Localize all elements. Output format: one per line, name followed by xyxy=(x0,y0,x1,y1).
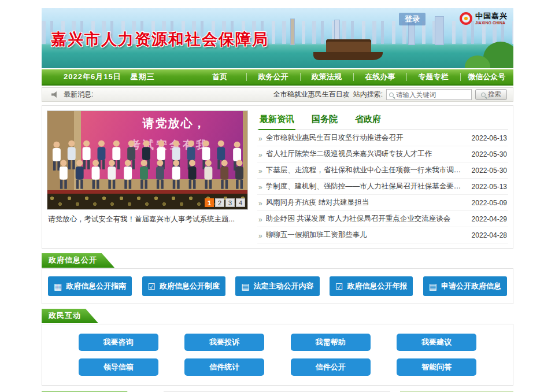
gov-info-section: 政府信息公开 政府信息公开指南 政府信息公开制度 法定主动公开内容 xyxy=(42,253,513,304)
news-row[interactable]: 省人社厅陈荣华二级巡视员来嘉兴调研专技人才工作 2022-05-30 xyxy=(257,146,508,162)
news-list-area: 最新资讯 国务院 省政府 全市稳就业惠民生百日攻坚行动推进会召开 2022-06… xyxy=(257,110,508,243)
building-decoration xyxy=(408,22,415,45)
gov-button-label: 政府信息公开指南 xyxy=(66,281,126,291)
news-date: 2022-05-30 xyxy=(472,150,507,158)
interaction-button[interactable]: 智能问答 xyxy=(397,358,476,376)
interaction-button[interactable]: 我要咨询 xyxy=(79,334,158,351)
double-arrow-icon xyxy=(258,182,262,192)
gov-info-button[interactable]: 申请公开政府信息 xyxy=(423,276,507,296)
search-box xyxy=(386,89,472,100)
news-row[interactable]: 聊聊五一假期加班工资那些事儿 2022-04-28 xyxy=(257,227,508,243)
gov-button-icon xyxy=(148,282,156,291)
gov-button-label: 申请公开政府信息 xyxy=(441,281,501,291)
hot-topic-link[interactable]: 全市稳就业惠民生百日攻 xyxy=(273,90,350,99)
news-title[interactable]: 风雨同舟齐抗疫 结对共建显担当 xyxy=(266,198,468,208)
weekday-text: 星期三 xyxy=(131,72,155,82)
boat-decoration xyxy=(313,38,383,61)
double-arrow-icon xyxy=(258,198,262,208)
news-row[interactable]: 学制度、建机制、强防控——市人力社保局召开社保基金要情专题学习会 2022-05… xyxy=(257,179,508,195)
gov-info-button[interactable]: 法定主动公开内容 xyxy=(235,276,319,296)
carousel-photo[interactable]: 请党放心， 考试安全有我 xyxy=(47,110,248,210)
pagoda-decoration xyxy=(290,19,295,45)
search-input[interactable] xyxy=(396,91,469,98)
interaction-button[interactable]: 信件公开 xyxy=(291,358,371,376)
news-date: 2022-04-29 xyxy=(472,215,507,223)
carousel-page-button[interactable]: 4 xyxy=(236,198,245,207)
news-title[interactable]: 省人社厅陈荣华二级巡视员来嘉兴调研专技人才工作 xyxy=(266,149,468,159)
building-decoration xyxy=(435,16,444,45)
gov-info-button[interactable]: 政府信息公开指南 xyxy=(48,276,132,296)
gov-info-button[interactable]: 政府信息公开制度 xyxy=(142,276,225,296)
news-date: 2022-06-13 xyxy=(472,134,507,142)
news-row[interactable]: 下基层、走流程，省社保和就业中心主任项薇一行来我市调研“国统”上线情况 2022… xyxy=(257,162,508,179)
date-text: 2022年6月15日 xyxy=(64,72,121,82)
double-arrow-icon xyxy=(258,149,262,160)
news-row[interactable]: 助企纾困 共谋发展 市人力社保局召开重点企业交流座谈会 2022-04-29 xyxy=(257,211,508,227)
speaker-icon xyxy=(51,91,59,98)
gov-button-icon xyxy=(54,282,62,291)
gov-button-label: 政府信息公开制度 xyxy=(160,281,220,291)
main-nav: 2022年6月15日 星期三 首页 政务公开 政策法规 在线办事 专题专栏 微信… xyxy=(42,69,513,86)
logo-swirl-icon xyxy=(460,12,472,25)
news-tab[interactable]: 国务院 xyxy=(310,112,339,130)
nav-menu-item[interactable]: 专题专栏 xyxy=(406,69,460,84)
logo-subtitle: JIAXING CHINA xyxy=(475,21,508,25)
people-group-decoration xyxy=(47,127,247,192)
interaction-buttons: 我要咨询 我要投诉 我需帮助 我要建议 领导信箱 信件统计 信件公开 智能问答 xyxy=(42,324,513,386)
news-date: 2022-05-13 xyxy=(472,183,507,191)
interaction-button[interactable]: 信件统计 xyxy=(184,358,264,376)
ticker-label: 最新消息: xyxy=(64,90,93,99)
carousel-caption[interactable]: 请党放心，考试安全有我！首届嘉兴市人事考试系统主题... xyxy=(47,210,249,225)
header-banner: 嘉兴市人力资源和社会保障局 登录 中国嘉兴 JIAXING CHINA xyxy=(42,8,513,68)
photo-carousel[interactable]: 请党放心， 考试安全有我 xyxy=(47,110,249,243)
gov-button-label: 政府信息公开年报 xyxy=(347,281,407,291)
nav-menu-item[interactable]: 首页 xyxy=(193,69,246,84)
double-arrow-icon xyxy=(258,230,262,241)
interaction-section-title: 政民互动 xyxy=(42,309,98,323)
nav-menu-item[interactable]: 政务公开 xyxy=(246,69,299,84)
site-title: 嘉兴市人力资源和社会保障局 xyxy=(51,29,269,50)
nav-menu-item[interactable]: 在线办事 xyxy=(353,69,406,84)
site-search-label: 站内搜索: xyxy=(353,90,383,99)
gov-info-buttons: 政府信息公开指南 政府信息公开制度 法定主动公开内容 政府信息公开年报 xyxy=(42,268,513,304)
double-arrow-icon xyxy=(258,165,262,176)
news-title[interactable]: 学制度、建机制、强防控——市人力社保局召开社保基金要情专题学习会 xyxy=(266,182,468,191)
interaction-button[interactable]: 我需帮助 xyxy=(291,334,371,351)
news-date: 2022-05-09 xyxy=(472,199,507,207)
gov-button-icon xyxy=(241,282,249,291)
news-tab[interactable]: 最新资讯 xyxy=(258,112,295,130)
nav-date: 2022年6月15日 星期三 xyxy=(42,72,193,82)
news-tab[interactable]: 省政府 xyxy=(354,112,382,130)
carousel-page-button[interactable]: 3 xyxy=(225,198,235,207)
nav-menu-item[interactable]: 政策法规 xyxy=(300,69,353,84)
nav-menu-item[interactable]: 微信公众号 xyxy=(460,69,513,84)
double-arrow-icon xyxy=(258,214,262,224)
news-tabs: 最新资讯 国务院 省政府 xyxy=(257,112,508,130)
news-row[interactable]: 全市稳就业惠民生百日攻坚行动推进会召开 2022-06-13 xyxy=(257,130,508,146)
news-date: 2022-05-30 xyxy=(472,167,507,175)
carousel-page-button[interactable]: 1 xyxy=(205,198,214,207)
city-logo[interactable]: 中国嘉兴 JIAXING CHINA xyxy=(460,12,508,25)
search-button[interactable]: 搜索 xyxy=(475,89,507,100)
news-title[interactable]: 聊聊五一假期加班工资那些事儿 xyxy=(266,230,468,240)
login-button[interactable]: 登录 xyxy=(399,13,426,25)
gov-button-icon xyxy=(429,282,437,291)
news-ticker-bar: 最新消息: 全市稳就业惠民生百日攻 站内搜索: 搜索 xyxy=(42,87,513,102)
interaction-section: 政民互动 我要咨询 我要投诉 我需帮助 我要建议 领导信箱 信件统计 信件公开 … xyxy=(42,309,513,386)
news-row[interactable]: 风雨同舟齐抗疫 结对共建显担当 2022-05-09 xyxy=(257,195,508,211)
news-date: 2022-04-28 xyxy=(472,231,507,239)
gov-button-label: 法定主动公开内容 xyxy=(254,281,314,291)
interaction-button[interactable]: 我要投诉 xyxy=(184,334,264,351)
news-panel: 请党放心， 考试安全有我 xyxy=(42,105,513,249)
interaction-button[interactable]: 领导信箱 xyxy=(79,358,158,376)
carousel-pager: 1 2 3 4 xyxy=(205,198,245,207)
interaction-button[interactable]: 我要建议 xyxy=(397,334,476,351)
search-icon xyxy=(481,93,486,97)
nav-menu: 首页 政务公开 政策法规 在线办事 专题专栏 微信公众号 xyxy=(193,69,513,84)
news-title[interactable]: 全市稳就业惠民生百日攻坚行动推进会召开 xyxy=(266,133,468,143)
carousel-page-button[interactable]: 2 xyxy=(215,198,224,207)
gov-info-button[interactable]: 政府信息公开年报 xyxy=(330,276,413,296)
news-title[interactable]: 助企纾困 共谋发展 市人力社保局召开重点企业交流座谈会 xyxy=(266,214,468,224)
page: 嘉兴市人力资源和社会保障局 登录 中国嘉兴 JIAXING CHINA 2022… xyxy=(42,0,513,392)
news-title[interactable]: 下基层、走流程，省社保和就业中心主任项薇一行来我市调研“国统”上线情况 xyxy=(266,165,468,175)
